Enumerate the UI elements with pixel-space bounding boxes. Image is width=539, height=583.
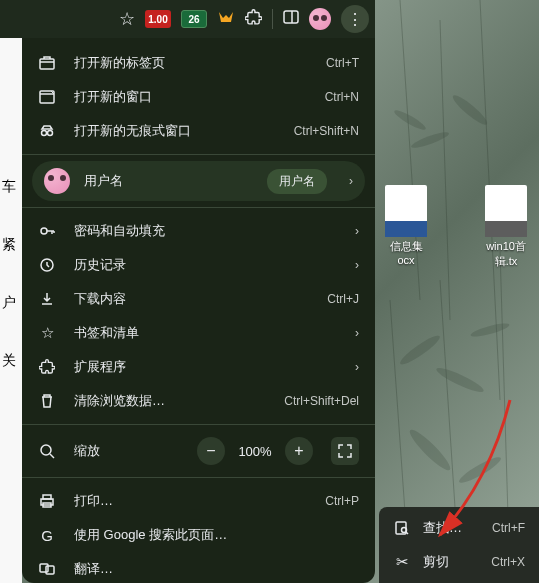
menu-item-label: 使用 Google 搜索此页面… xyxy=(74,526,359,544)
left-page-strip: 车紧户关 xyxy=(0,38,22,583)
svg-point-8 xyxy=(450,92,490,128)
zoom-percent: 100% xyxy=(233,444,277,459)
zoom-row: 缩放−100%+ xyxy=(22,431,375,471)
menu-item-label: 打印… xyxy=(74,492,307,510)
menu-item-label: 历史记录 xyxy=(74,256,329,274)
profile-label: 用户名 xyxy=(84,172,253,190)
sidepanel-icon[interactable] xyxy=(283,9,299,29)
desktop-file[interactable]: win10首辑.tx xyxy=(478,185,534,269)
toolbar-separator xyxy=(272,9,273,29)
profile-avatar-icon xyxy=(44,168,70,194)
menu-item[interactable]: 扩展程序› xyxy=(22,350,375,384)
menu-button[interactable]: ⋮ xyxy=(341,5,369,33)
menu-shortcut: Ctrl+P xyxy=(325,494,359,508)
google-icon: G xyxy=(38,527,56,544)
menu-item[interactable]: 密码和自动填充› xyxy=(22,214,375,248)
browser-menu: 打开新的标签页Ctrl+T打开新的窗口Ctrl+N打开新的无痕式窗口Ctrl+S… xyxy=(22,38,375,583)
menu-item[interactable]: 下载内容Ctrl+J xyxy=(22,282,375,316)
menu-item-label: 打开新的窗口 xyxy=(74,88,307,106)
menu-item[interactable]: 清除浏览数据…Ctrl+Shift+Del xyxy=(22,384,375,418)
profile-row[interactable]: 用户名用户名› xyxy=(32,161,365,201)
submenu-label: 剪切 xyxy=(423,553,449,571)
svg-point-10 xyxy=(434,364,485,395)
page-fragment: 紧 xyxy=(2,236,20,254)
cut-icon: ✂ xyxy=(393,553,411,571)
window-icon xyxy=(38,89,56,105)
menu-item[interactable]: 打印…Ctrl+P xyxy=(22,484,375,518)
svg-rect-26 xyxy=(40,564,48,572)
svg-point-12 xyxy=(406,426,454,474)
fullscreen-button[interactable] xyxy=(331,437,359,465)
download-icon xyxy=(38,291,56,307)
profile-pill: 用户名 xyxy=(267,169,327,194)
svg-point-13 xyxy=(457,454,504,487)
menu-item[interactable]: 历史记录› xyxy=(22,248,375,282)
menu-item[interactable]: G使用 Google 搜索此页面… xyxy=(22,518,375,552)
extension-icon xyxy=(38,359,56,375)
extension-badge-2[interactable]: 26 xyxy=(181,10,207,28)
menu-item-label: 打开新的无痕式窗口 xyxy=(74,122,276,140)
svg-point-11 xyxy=(470,321,511,339)
extensions-icon[interactable] xyxy=(245,9,262,30)
menu-item[interactable]: 打开新的窗口Ctrl+N xyxy=(22,80,375,114)
submenu-item[interactable]: 查找…Ctrl+F xyxy=(379,511,539,545)
zoom-out-button[interactable]: − xyxy=(197,437,225,465)
zoom-label: 缩放 xyxy=(74,442,179,460)
menu-separator xyxy=(22,424,375,425)
key-icon xyxy=(38,223,56,239)
svg-rect-27 xyxy=(46,566,54,574)
menu-item[interactable]: 翻译… xyxy=(22,552,375,583)
delete-icon xyxy=(38,393,56,409)
menu-shortcut: Ctrl+Shift+N xyxy=(294,124,359,138)
svg-point-20 xyxy=(41,228,47,234)
svg-rect-14 xyxy=(284,11,298,23)
extension-badge-1[interactable]: 1.00 xyxy=(145,10,171,28)
menu-item-label: 下载内容 xyxy=(74,290,309,308)
submenu-item[interactable]: ✂剪切Ctrl+X xyxy=(379,545,539,579)
menu-item[interactable]: 打开新的无痕式窗口Ctrl+Shift+N xyxy=(22,114,375,148)
svg-line-1 xyxy=(440,20,450,320)
submenu-shortcut: Ctrl+F xyxy=(492,521,525,535)
find-edit-submenu: 查找…Ctrl+F✂剪切Ctrl+X xyxy=(379,507,539,583)
desktop-file[interactable]: 信息集ocx xyxy=(378,185,434,266)
tab-icon xyxy=(38,55,56,71)
menu-shortcut: Ctrl+N xyxy=(325,90,359,104)
svg-rect-17 xyxy=(40,91,54,103)
history-icon xyxy=(38,257,56,273)
incognito-icon xyxy=(38,123,56,139)
bookmark-icon: ☆ xyxy=(38,324,56,342)
translate-icon xyxy=(38,561,56,577)
chevron-right-icon: › xyxy=(355,326,359,340)
menu-item[interactable]: ☆书签和清单› xyxy=(22,316,375,350)
submenu-shortcut: Ctrl+X xyxy=(491,555,525,569)
svg-point-9 xyxy=(397,332,442,368)
page-fragment: 关 xyxy=(2,352,20,370)
svg-point-18 xyxy=(42,131,47,136)
print-icon xyxy=(38,493,56,509)
browser-toolbar: ☆ 1.00 26 ⋮ xyxy=(0,0,375,38)
zoom-controls: −100%+ xyxy=(197,437,359,465)
fox-extension-icon[interactable] xyxy=(217,10,235,28)
file-label: win10首辑.tx xyxy=(478,239,534,269)
file-icon xyxy=(485,185,527,237)
bookmark-star-icon[interactable]: ☆ xyxy=(119,8,135,30)
menu-separator xyxy=(22,477,375,478)
chevron-right-icon: › xyxy=(355,224,359,238)
menu-item-label: 书签和清单 xyxy=(74,324,329,342)
page-fragment: 车 xyxy=(2,178,20,196)
profile-avatar[interactable] xyxy=(309,8,331,30)
submenu-label: 查找… xyxy=(423,519,462,537)
menu-item-label: 清除浏览数据… xyxy=(74,392,266,410)
zoom-in-button[interactable]: + xyxy=(285,437,313,465)
menu-item[interactable]: 打开新的标签页Ctrl+T xyxy=(22,46,375,80)
file-icon xyxy=(385,185,427,237)
zoom-icon xyxy=(38,443,56,459)
menu-shortcut: Ctrl+Shift+Del xyxy=(284,394,359,408)
svg-point-32 xyxy=(402,528,407,533)
menu-shortcut: Ctrl+J xyxy=(327,292,359,306)
chevron-right-icon: › xyxy=(355,258,359,272)
chevron-right-icon: › xyxy=(349,174,353,188)
menu-item-label: 打开新的标签页 xyxy=(74,54,308,72)
chevron-right-icon: › xyxy=(355,360,359,374)
page-fragment: 户 xyxy=(2,294,20,312)
